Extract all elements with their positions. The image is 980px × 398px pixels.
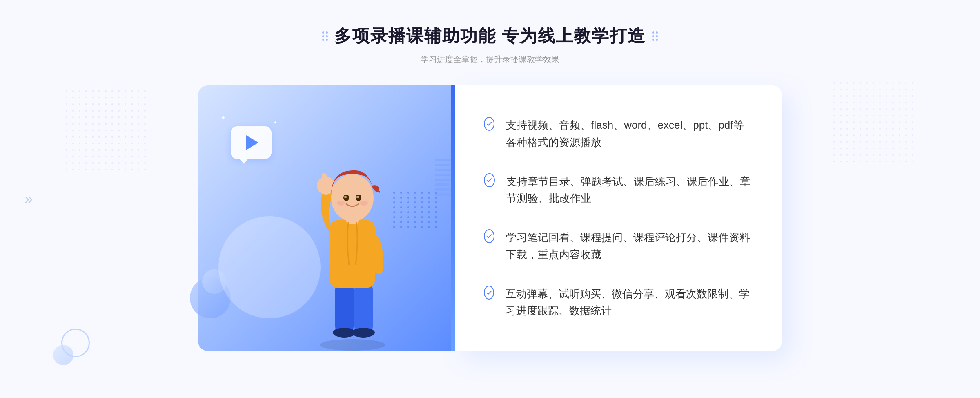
dot-9 bbox=[652, 35, 654, 37]
dot-8 bbox=[656, 31, 658, 34]
svg-rect-5 bbox=[335, 282, 354, 335]
dot-4 bbox=[326, 35, 328, 37]
feature-text-1: 支持视频、音频、flash、word、excel、ppt、pdf等各种格式的资源… bbox=[506, 117, 753, 151]
feature-item-4: 互动弹幕、试听购买、微信分享、观看次数限制、学习进度跟踪、数据统计 bbox=[484, 286, 753, 320]
header-title-row: 多项录播课辅助功能 专为线上教学打造 bbox=[322, 25, 658, 47]
feature-item-2: 支持章节目录、弹题考试、课后练习、课后作业、章节测验、批改作业 bbox=[484, 173, 753, 207]
check-icon-1 bbox=[484, 117, 494, 131]
svg-rect-1 bbox=[65, 90, 147, 172]
feature-item-3: 学习笔记回看、课程提问、课程评论打分、课件资料下载，重点内容收藏 bbox=[484, 229, 753, 263]
svg-rect-9 bbox=[330, 220, 375, 288]
svg-rect-6 bbox=[354, 282, 373, 335]
play-icon bbox=[246, 135, 258, 150]
dot-5 bbox=[322, 39, 324, 41]
bottom-left-decoration bbox=[53, 329, 90, 365]
feature-text-3: 学习笔记回看、课程提问、课程评论打分、课件资料下载，重点内容收藏 bbox=[506, 229, 753, 263]
star-decoration-2: ✦ bbox=[274, 120, 277, 125]
play-bubble-box bbox=[231, 126, 272, 159]
content-area: ✦ ✦ // Inline dots rendering via JS afte… bbox=[198, 85, 782, 351]
svg-rect-3 bbox=[833, 82, 915, 163]
check-icon-2 bbox=[484, 173, 495, 187]
bg-dot-pattern-left bbox=[65, 90, 147, 172]
dot-6 bbox=[326, 39, 328, 41]
svg-point-19 bbox=[360, 201, 368, 206]
dot-3 bbox=[322, 35, 324, 37]
dot-grid-pattern: // Inline dots rendering via JS after pa… bbox=[393, 192, 439, 228]
dot-2 bbox=[326, 31, 328, 34]
star-decoration-1: ✦ bbox=[220, 114, 226, 122]
check-icon-4 bbox=[484, 286, 494, 300]
subtitle: 学习进度全掌握，提升录播课教学效果 bbox=[322, 54, 658, 65]
page-wrapper: 多项录播课辅助功能 专为线上教学打造 学习进度全掌握，提升录播课教学效果 bbox=[0, 0, 980, 398]
header-section: 多项录播课辅助功能 专为线上教学打造 学习进度全掌握，提升录播课教学效果 bbox=[322, 0, 658, 65]
dot-10 bbox=[656, 35, 658, 37]
features-card: 支持视频、音频、flash、word、excel、ppt、pdf等各种格式的资源… bbox=[455, 85, 782, 351]
left-dots-decoration bbox=[322, 31, 328, 41]
bg-dot-pattern-right bbox=[833, 82, 915, 163]
svg-rect-11 bbox=[322, 173, 327, 189]
feature-item-1: 支持视频、音频、flash、word、excel、ppt、pdf等各种格式的资源… bbox=[484, 117, 753, 151]
accent-bar bbox=[451, 85, 455, 351]
main-title: 多项录播课辅助功能 专为线上教学打造 bbox=[334, 25, 646, 47]
dot-7 bbox=[652, 31, 654, 34]
svg-point-13 bbox=[331, 174, 374, 221]
dot-11 bbox=[652, 39, 654, 41]
deco-circle-filled bbox=[53, 345, 74, 365]
svg-point-18 bbox=[337, 201, 345, 206]
illustration-card: ✦ ✦ // Inline dots rendering via JS afte… bbox=[198, 85, 451, 351]
dot-12 bbox=[656, 39, 658, 41]
right-dots-decoration bbox=[652, 31, 658, 41]
svg-point-16 bbox=[344, 196, 347, 198]
chevron-double-icon: » bbox=[24, 190, 33, 207]
feature-text-2: 支持章节目录、弹题考试、课后练习、课后作业、章节测验、批改作业 bbox=[506, 173, 753, 207]
svg-point-17 bbox=[356, 196, 359, 198]
dot-1 bbox=[322, 31, 324, 34]
play-bubble bbox=[231, 126, 280, 167]
svg-point-4 bbox=[320, 339, 385, 351]
left-nav-arrows[interactable]: » bbox=[24, 190, 33, 208]
svg-point-8 bbox=[352, 328, 375, 338]
check-icon-3 bbox=[484, 229, 494, 243]
feature-text-4: 互动弹幕、试听购买、微信分享、观看次数限制、学习进度跟踪、数据统计 bbox=[506, 286, 753, 320]
glow-circle bbox=[218, 216, 321, 318]
